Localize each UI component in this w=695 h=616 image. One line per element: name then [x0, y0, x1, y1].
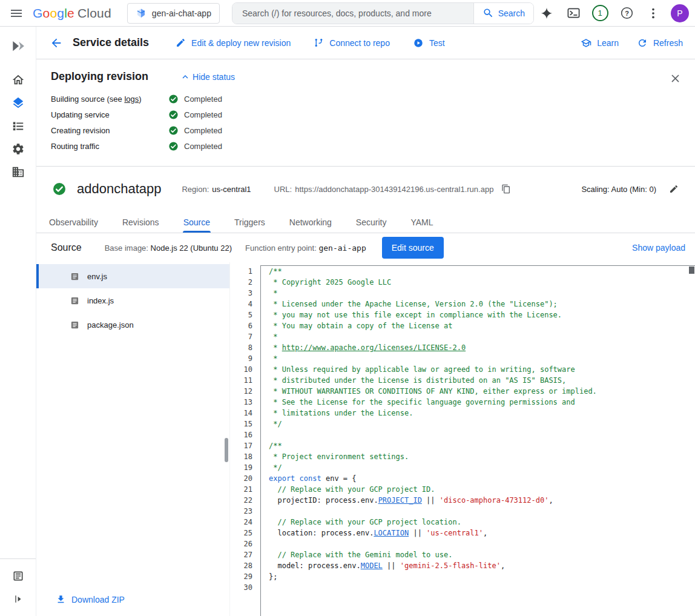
nav-item-release-notes[interactable] [5, 565, 31, 587]
nav-item-domains[interactable] [5, 161, 31, 183]
step-status-label: Completed [184, 126, 222, 135]
project-name: gen-ai-chat-app [152, 8, 211, 18]
line-content: model: process.env.MODEL || 'gemini-2.5-… [260, 560, 505, 571]
logs-link[interactable]: logs [124, 94, 139, 104]
nav-item-services[interactable] [5, 92, 31, 114]
file-panel-scrollbar-thumb[interactable] [225, 438, 228, 462]
file-item-index-js[interactable]: index.js [36, 288, 229, 313]
line-number: 10 [230, 364, 260, 375]
line-number: 14 [230, 408, 260, 419]
file-item-package-json[interactable]: package.json [36, 313, 229, 337]
step-status-label: Completed [184, 142, 222, 151]
nav-item-jobs[interactable] [5, 115, 31, 137]
tab-yaml[interactable]: YAML [398, 211, 445, 233]
back-arrow-icon [50, 36, 63, 50]
line-number: 28 [230, 560, 260, 571]
tab-security[interactable]: Security [344, 211, 399, 233]
back-button[interactable] [45, 31, 68, 55]
home-icon [12, 73, 25, 87]
global-search: Search [232, 2, 534, 24]
test-button[interactable]: Test [413, 38, 445, 48]
line-number: 3 [230, 288, 260, 299]
line-number: 30 [230, 582, 260, 593]
gemini-button[interactable] [535, 2, 558, 25]
line-content: /** [260, 440, 282, 451]
account-avatar[interactable]: P [671, 4, 689, 22]
nav-item-integrations[interactable] [5, 138, 31, 160]
region-value: us-central1 [212, 185, 251, 194]
download-zip-button[interactable]: Download ZIP [56, 594, 125, 604]
tab-source[interactable]: Source [171, 211, 222, 233]
line-content: // Replace with your GCP project ID. [260, 484, 435, 495]
edit-deploy-button[interactable]: Edit & deploy new revision [176, 38, 291, 48]
refresh-label: Refresh [653, 38, 683, 48]
search-input[interactable] [232, 3, 473, 24]
hide-status-button[interactable]: Hide status [180, 71, 235, 82]
check-circle-icon [168, 141, 179, 151]
line-number: 9 [230, 353, 260, 364]
line-number: 15 [230, 419, 260, 429]
code-line: 5 * you may not use this file except in … [230, 310, 695, 320]
step-label: Routing traffic [51, 142, 168, 151]
line-content: * Unless required by applicable law or a… [260, 364, 575, 375]
editor-scrollbar-thumb[interactable] [689, 267, 694, 274]
tab-revisions[interactable]: Revisions [110, 211, 171, 233]
project-selector[interactable]: gen-ai-chat-app [127, 3, 220, 24]
line-number: 2 [230, 277, 260, 288]
code-line: 12 * WITHOUT WARRANTIES OR CONDITIONS OF… [230, 386, 695, 397]
scaling-text: Scaling: Auto (Min: 0) [581, 185, 656, 194]
file-item-env-js[interactable]: env.js [36, 264, 229, 288]
cloud-shell-button[interactable] [562, 2, 585, 25]
code-line: 29}; [230, 571, 695, 582]
code-line: 19 */ [230, 462, 695, 473]
connect-repo-button[interactable]: Connect to repo [314, 38, 390, 48]
base-image: Base image: Node.js 22 (Ubuntu 22) [105, 243, 232, 253]
show-payload-button[interactable]: Show payload [632, 243, 685, 253]
release-notes-icon [12, 570, 24, 582]
step-label: Updating service [51, 110, 168, 119]
line-number: 24 [230, 517, 260, 528]
line-number: 26 [230, 538, 260, 549]
line-number: 11 [230, 375, 260, 386]
nav-collapse-toggle[interactable] [5, 588, 31, 610]
code-line: 10 * Unless required by applicable law o… [230, 364, 695, 375]
line-number: 20 [230, 473, 260, 484]
tab-triggers[interactable]: Triggers [222, 211, 277, 233]
copy-url-button[interactable] [497, 180, 515, 198]
nav-item-home[interactable] [5, 69, 31, 91]
copy-icon [501, 184, 511, 194]
more-options-button[interactable] [642, 2, 665, 25]
line-number: 12 [230, 386, 260, 397]
deploying-revision-panel: Deploying revision Hide status Building … [36, 59, 695, 167]
refresh-button[interactable]: Refresh [637, 38, 683, 48]
services-icon [12, 96, 25, 110]
close-panel-button[interactable] [664, 67, 687, 90]
edit-deploy-label: Edit & deploy new revision [191, 38, 291, 48]
search-button[interactable]: Search [473, 3, 533, 24]
code-editor[interactable]: 1/**2 * Copyright 2025 Google LLC3 *4 * … [230, 262, 695, 616]
learn-button[interactable]: Learn [581, 38, 619, 48]
tab-networking[interactable]: Networking [277, 211, 344, 233]
tab-observability[interactable]: Observability [37, 211, 110, 233]
code-line: 15 */ [230, 419, 695, 429]
function-entry-point: Function entry point: gen-ai-app [245, 243, 366, 253]
main-menu-button[interactable] [5, 2, 28, 25]
free-trial-status-button[interactable]: 1 [588, 2, 611, 25]
check-circle-icon [168, 110, 179, 120]
help-button[interactable]: ? [615, 2, 638, 25]
edit-scaling-button[interactable] [665, 180, 683, 198]
code-line: 16 [230, 429, 695, 440]
code-line: 17/** [230, 440, 695, 451]
play-circle-icon [413, 38, 424, 48]
connect-repo-label: Connect to repo [329, 38, 390, 48]
help-icon: ? [620, 6, 634, 20]
code-line: 6 * You may obtain a copy of the License… [230, 320, 695, 331]
source-section-title: Source [51, 242, 82, 253]
line-content: * http://www.apache.org/licenses/LICENSE… [260, 342, 466, 353]
code-line: 22 projectID: process.env.PROJECT_ID || … [230, 495, 695, 506]
deploy-step-updating-service: Updating service Completed [51, 107, 680, 122]
line-content: * See the License for the specific langu… [260, 397, 575, 408]
edit-source-button[interactable]: Edit source [382, 237, 444, 259]
service-healthy-icon [52, 182, 67, 196]
svg-text:?: ? [625, 10, 629, 17]
